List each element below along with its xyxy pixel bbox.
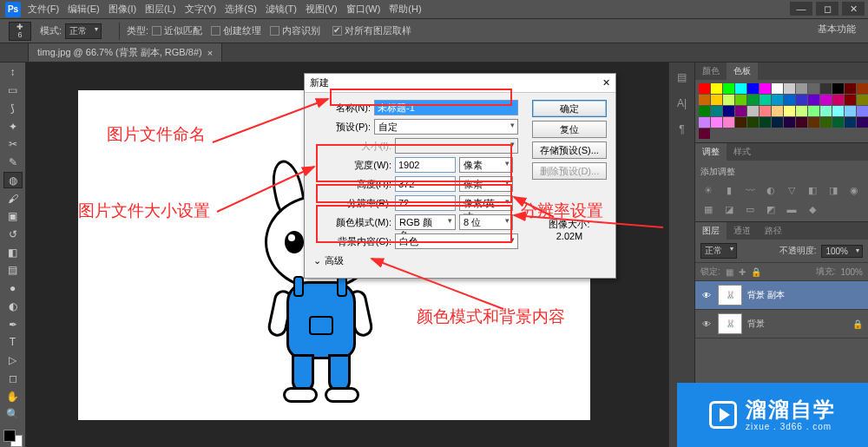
swatch-cell[interactable]	[845, 83, 856, 94]
maximize-button[interactable]: ◻	[816, 2, 838, 16]
gradient-map-icon[interactable]: ▬	[784, 202, 799, 216]
dialog-close-icon[interactable]: ✕	[602, 77, 610, 89]
reset-button[interactable]: 复位	[532, 121, 607, 138]
swatch-cell[interactable]	[796, 106, 807, 116]
swatch-cell[interactable]	[711, 83, 722, 94]
swatch-cell[interactable]	[857, 106, 868, 116]
history-brush-icon[interactable]: ↺	[3, 227, 23, 243]
swatch-cell[interactable]	[711, 106, 722, 116]
lasso-tool-icon[interactable]: ⟆	[3, 100, 23, 116]
current-tool-icon[interactable]: ✚6	[9, 22, 31, 41]
wand-tool-icon[interactable]: ✦	[3, 118, 23, 135]
preset-dropdown[interactable]: 自定	[374, 119, 518, 135]
character-panel-icon[interactable]: A|	[674, 97, 690, 111]
sample-all-checkbox[interactable]	[332, 26, 342, 36]
advanced-toggle[interactable]: ⌄ 高级	[313, 254, 525, 267]
swatch-cell[interactable]	[772, 117, 783, 128]
swatch-cell[interactable]	[784, 95, 795, 105]
brightness-icon[interactable]: ☀	[700, 183, 716, 197]
swatch-cell[interactable]	[857, 117, 868, 128]
swatch-cell[interactable]	[820, 95, 832, 105]
channel-mixer-icon[interactable]: ▦	[700, 202, 716, 216]
close-tab-icon[interactable]: ×	[207, 48, 213, 58]
channels-tab[interactable]: 通道	[727, 222, 758, 240]
width-input[interactable]	[395, 157, 456, 173]
eyedropper-tool-icon[interactable]: ✎	[3, 154, 23, 171]
pen-tool-icon[interactable]: ✒	[3, 316, 23, 332]
lock-pixels-icon[interactable]: ▦	[726, 267, 733, 277]
menu-window[interactable]: 窗口(W)	[346, 3, 381, 16]
swatch-cell[interactable]	[784, 106, 795, 116]
height-unit-dropdown[interactable]: 像素	[459, 176, 513, 192]
swatch-cell[interactable]	[711, 117, 722, 128]
layer-row-bg[interactable]: 👁 🐰 背景 🔒	[695, 310, 868, 339]
paths-tab[interactable]: 路径	[758, 222, 789, 240]
swatch-cell[interactable]	[723, 83, 734, 94]
photo-filter-icon[interactable]: ◉	[846, 183, 862, 197]
menu-type[interactable]: 文字(Y)	[185, 3, 217, 16]
swatch-cell[interactable]	[845, 95, 856, 105]
resolution-unit-dropdown[interactable]: 像素/英寸	[459, 195, 513, 211]
curves-icon[interactable]: 〰	[742, 183, 758, 197]
menu-layer[interactable]: 图层(L)	[145, 3, 175, 16]
swatch-cell[interactable]	[796, 95, 807, 105]
swatch-cell[interactable]	[760, 106, 771, 116]
menu-file[interactable]: 文件(F)	[28, 3, 59, 16]
stamp-tool-icon[interactable]: ▣	[3, 208, 23, 225]
swatches-tab[interactable]: 色板	[727, 62, 758, 80]
lock-position-icon[interactable]: ✚	[739, 267, 746, 277]
swatches-grid[interactable]	[695, 80, 868, 142]
swatch-cell[interactable]	[808, 95, 819, 105]
swatch-cell[interactable]	[845, 106, 856, 116]
lock-all-icon[interactable]: 🔒	[751, 267, 761, 277]
name-input[interactable]	[374, 100, 518, 115]
swatch-cell[interactable]	[747, 83, 759, 94]
menu-view[interactable]: 视图(V)	[306, 3, 338, 16]
swatch-cell[interactable]	[820, 106, 832, 116]
menu-edit[interactable]: 编辑(E)	[68, 3, 100, 16]
type-tool-icon[interactable]: T	[3, 334, 23, 351]
selective-color-icon[interactable]: ◆	[805, 202, 820, 216]
minimize-button[interactable]: —	[790, 2, 812, 16]
history-panel-icon[interactable]: ▤	[674, 71, 690, 85]
swatch-cell[interactable]	[735, 106, 746, 116]
swatch-cell[interactable]	[857, 95, 868, 105]
swatch-cell[interactable]	[747, 117, 759, 128]
swatch-cell[interactable]	[845, 117, 856, 128]
fill-field[interactable]: 100%	[840, 267, 863, 277]
eraser-tool-icon[interactable]: ◧	[3, 244, 23, 260]
option-content-checkbox[interactable]	[270, 26, 279, 36]
mode-dropdown[interactable]: 正常	[65, 23, 102, 39]
option-prox-checkbox[interactable]	[152, 26, 161, 36]
paragraph-panel-icon[interactable]: ¶	[674, 123, 690, 137]
layers-tab[interactable]: 图层	[695, 222, 727, 240]
swatch-cell[interactable]	[747, 95, 759, 105]
swatch-cell[interactable]	[699, 83, 710, 94]
color-swatch[interactable]	[3, 430, 23, 447]
invert-icon[interactable]: ◪	[721, 202, 737, 216]
dodge-tool-icon[interactable]: ◐	[3, 299, 23, 315]
styles-tab[interactable]: 样式	[727, 143, 758, 161]
swatch-cell[interactable]	[772, 106, 783, 116]
swatch-cell[interactable]	[723, 106, 734, 116]
visibility-icon[interactable]: 👁	[700, 291, 713, 300]
color-tab[interactable]: 颜色	[695, 62, 727, 80]
swatch-cell[interactable]	[711, 95, 722, 105]
opacity-field[interactable]: 100%	[821, 245, 863, 258]
swatch-cell[interactable]	[832, 106, 844, 116]
blur-tool-icon[interactable]: ●	[3, 280, 23, 297]
swatch-cell[interactable]	[808, 106, 819, 116]
workspace-label[interactable]: 基本功能	[818, 23, 856, 36]
swatch-cell[interactable]	[832, 117, 844, 128]
swatch-cell[interactable]	[796, 117, 807, 128]
menu-select[interactable]: 选择(S)	[225, 3, 257, 16]
swatch-cell[interactable]	[735, 95, 746, 105]
swatch-cell[interactable]	[723, 95, 734, 105]
menu-image[interactable]: 图像(I)	[108, 3, 136, 16]
swatch-cell[interactable]	[699, 95, 710, 105]
background-dropdown[interactable]: 白色	[395, 233, 518, 249]
swatch-cell[interactable]	[723, 117, 734, 128]
swatch-cell[interactable]	[796, 83, 807, 94]
brush-tool-icon[interactable]: 🖌	[3, 190, 23, 207]
adjustments-tab[interactable]: 调整	[695, 143, 727, 161]
